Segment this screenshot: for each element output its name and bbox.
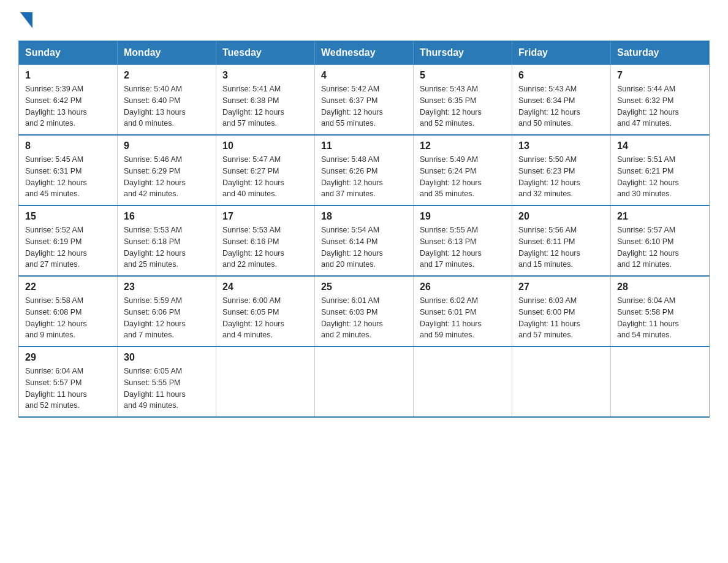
day-number: 14 xyxy=(617,140,703,151)
day-of-week-header: Wednesday xyxy=(315,41,414,65)
calendar-day-cell: 15Sunrise: 5:52 AMSunset: 6:19 PMDayligh… xyxy=(19,205,118,276)
day-info: Sunrise: 5:46 AMSunset: 6:29 PMDaylight:… xyxy=(124,154,210,200)
calendar-day-cell: 1Sunrise: 5:39 AMSunset: 6:42 PMDaylight… xyxy=(19,65,118,136)
calendar-day-cell: 11Sunrise: 5:48 AMSunset: 6:26 PMDayligh… xyxy=(315,135,414,205)
day-info: Sunrise: 5:51 AMSunset: 6:21 PMDaylight:… xyxy=(617,154,703,200)
calendar-day-cell: 30Sunrise: 6:05 AMSunset: 5:55 PMDayligh… xyxy=(118,347,216,417)
day-number: 13 xyxy=(518,140,604,151)
day-number: 22 xyxy=(25,282,111,293)
calendar-day-cell: 22Sunrise: 5:58 AMSunset: 6:08 PMDayligh… xyxy=(19,276,118,347)
calendar-week-row: 22Sunrise: 5:58 AMSunset: 6:08 PMDayligh… xyxy=(19,276,710,347)
calendar-day-cell: 4Sunrise: 5:42 AMSunset: 6:37 PMDaylight… xyxy=(315,65,414,136)
svg-marker-0 xyxy=(20,12,32,28)
calendar-week-row: 29Sunrise: 6:04 AMSunset: 5:57 PMDayligh… xyxy=(19,347,710,417)
day-number: 28 xyxy=(617,282,703,293)
day-info: Sunrise: 6:03 AMSunset: 6:00 PMDaylight:… xyxy=(518,295,604,341)
day-number: 29 xyxy=(25,352,111,363)
calendar-day-cell: 21Sunrise: 5:57 AMSunset: 6:10 PMDayligh… xyxy=(611,205,710,276)
day-number: 3 xyxy=(222,70,308,81)
day-number: 24 xyxy=(222,282,308,293)
day-info: Sunrise: 5:49 AMSunset: 6:24 PMDaylight:… xyxy=(420,154,506,200)
day-info: Sunrise: 5:43 AMSunset: 6:35 PMDaylight:… xyxy=(420,83,506,129)
day-info: Sunrise: 5:41 AMSunset: 6:38 PMDaylight:… xyxy=(222,83,308,129)
logo-triangle-icon xyxy=(20,12,32,28)
calendar-day-cell: 20Sunrise: 5:56 AMSunset: 6:11 PMDayligh… xyxy=(512,205,611,276)
day-number: 19 xyxy=(420,211,506,222)
day-info: Sunrise: 5:54 AMSunset: 6:14 PMDaylight:… xyxy=(321,224,407,270)
day-of-week-header: Friday xyxy=(512,41,611,65)
day-of-week-header: Sunday xyxy=(19,41,118,65)
day-info: Sunrise: 6:05 AMSunset: 5:55 PMDaylight:… xyxy=(124,366,210,412)
calendar-day-cell: 14Sunrise: 5:51 AMSunset: 6:21 PMDayligh… xyxy=(611,135,710,205)
calendar-day-cell: 19Sunrise: 5:55 AMSunset: 6:13 PMDayligh… xyxy=(414,205,512,276)
day-info: Sunrise: 5:45 AMSunset: 6:31 PMDaylight:… xyxy=(25,154,111,200)
day-info: Sunrise: 5:53 AMSunset: 6:18 PMDaylight:… xyxy=(124,224,210,270)
day-number: 10 xyxy=(222,140,308,151)
day-number: 7 xyxy=(617,70,703,81)
day-of-week-header: Saturday xyxy=(611,41,710,65)
day-number: 16 xyxy=(124,211,210,222)
day-info: Sunrise: 5:57 AMSunset: 6:10 PMDaylight:… xyxy=(617,224,703,270)
calendar-table: SundayMondayTuesdayWednesdayThursdayFrid… xyxy=(18,40,710,418)
day-number: 5 xyxy=(420,70,506,81)
day-info: Sunrise: 5:56 AMSunset: 6:11 PMDaylight:… xyxy=(518,224,604,270)
page-header xyxy=(18,12,710,28)
day-info: Sunrise: 5:58 AMSunset: 6:08 PMDaylight:… xyxy=(25,295,111,341)
day-info: Sunrise: 5:39 AMSunset: 6:42 PMDaylight:… xyxy=(25,83,111,129)
calendar-day-cell: 29Sunrise: 6:04 AMSunset: 5:57 PMDayligh… xyxy=(19,347,118,417)
calendar-day-cell: 18Sunrise: 5:54 AMSunset: 6:14 PMDayligh… xyxy=(315,205,414,276)
calendar-day-cell: 9Sunrise: 5:46 AMSunset: 6:29 PMDaylight… xyxy=(118,135,216,205)
day-info: Sunrise: 5:59 AMSunset: 6:06 PMDaylight:… xyxy=(124,295,210,341)
day-number: 17 xyxy=(222,211,308,222)
day-number: 15 xyxy=(25,211,111,222)
calendar-day-cell xyxy=(414,347,512,417)
day-number: 2 xyxy=(124,70,210,81)
calendar-day-cell: 23Sunrise: 5:59 AMSunset: 6:06 PMDayligh… xyxy=(118,276,216,347)
day-number: 27 xyxy=(518,282,604,293)
day-info: Sunrise: 6:02 AMSunset: 6:01 PMDaylight:… xyxy=(420,295,506,341)
day-info: Sunrise: 5:43 AMSunset: 6:34 PMDaylight:… xyxy=(518,83,604,129)
calendar-day-cell: 16Sunrise: 5:53 AMSunset: 6:18 PMDayligh… xyxy=(118,205,216,276)
calendar-day-cell xyxy=(216,347,315,417)
day-info: Sunrise: 5:50 AMSunset: 6:23 PMDaylight:… xyxy=(518,154,604,200)
calendar-day-cell xyxy=(315,347,414,417)
calendar-day-cell: 28Sunrise: 6:04 AMSunset: 5:58 PMDayligh… xyxy=(611,276,710,347)
day-number: 8 xyxy=(25,140,111,151)
day-info: Sunrise: 5:52 AMSunset: 6:19 PMDaylight:… xyxy=(25,224,111,270)
day-info: Sunrise: 6:04 AMSunset: 5:57 PMDaylight:… xyxy=(25,366,111,412)
day-info: Sunrise: 6:01 AMSunset: 6:03 PMDaylight:… xyxy=(321,295,407,341)
calendar-week-row: 8Sunrise: 5:45 AMSunset: 6:31 PMDaylight… xyxy=(19,135,710,205)
calendar-day-cell: 13Sunrise: 5:50 AMSunset: 6:23 PMDayligh… xyxy=(512,135,611,205)
day-number: 20 xyxy=(518,211,604,222)
calendar-day-cell: 6Sunrise: 5:43 AMSunset: 6:34 PMDaylight… xyxy=(512,65,611,136)
calendar-week-row: 15Sunrise: 5:52 AMSunset: 6:19 PMDayligh… xyxy=(19,205,710,276)
day-info: Sunrise: 6:00 AMSunset: 6:05 PMDaylight:… xyxy=(222,295,308,341)
calendar-week-row: 1Sunrise: 5:39 AMSunset: 6:42 PMDaylight… xyxy=(19,65,710,136)
calendar-day-cell: 24Sunrise: 6:00 AMSunset: 6:05 PMDayligh… xyxy=(216,276,315,347)
day-number: 26 xyxy=(420,282,506,293)
day-number: 21 xyxy=(617,211,703,222)
day-number: 9 xyxy=(124,140,210,151)
calendar-day-cell: 8Sunrise: 5:45 AMSunset: 6:31 PMDaylight… xyxy=(19,135,118,205)
calendar-day-cell: 12Sunrise: 5:49 AMSunset: 6:24 PMDayligh… xyxy=(414,135,512,205)
day-info: Sunrise: 5:42 AMSunset: 6:37 PMDaylight:… xyxy=(321,83,407,129)
day-number: 6 xyxy=(518,70,604,81)
day-info: Sunrise: 5:53 AMSunset: 6:16 PMDaylight:… xyxy=(222,224,308,270)
day-number: 4 xyxy=(321,70,407,81)
day-of-week-header: Tuesday xyxy=(216,41,315,65)
calendar-day-cell: 10Sunrise: 5:47 AMSunset: 6:27 PMDayligh… xyxy=(216,135,315,205)
day-number: 12 xyxy=(420,140,506,151)
calendar-day-cell xyxy=(611,347,710,417)
logo xyxy=(18,12,32,28)
calendar-day-cell: 2Sunrise: 5:40 AMSunset: 6:40 PMDaylight… xyxy=(118,65,216,136)
day-of-week-header: Thursday xyxy=(414,41,512,65)
day-number: 30 xyxy=(124,352,210,363)
calendar-day-cell xyxy=(512,347,611,417)
calendar-header-row: SundayMondayTuesdayWednesdayThursdayFrid… xyxy=(19,41,710,65)
day-info: Sunrise: 5:47 AMSunset: 6:27 PMDaylight:… xyxy=(222,154,308,200)
day-info: Sunrise: 5:55 AMSunset: 6:13 PMDaylight:… xyxy=(420,224,506,270)
day-number: 18 xyxy=(321,211,407,222)
day-of-week-header: Monday xyxy=(118,41,216,65)
calendar-day-cell: 26Sunrise: 6:02 AMSunset: 6:01 PMDayligh… xyxy=(414,276,512,347)
calendar-day-cell: 17Sunrise: 5:53 AMSunset: 6:16 PMDayligh… xyxy=(216,205,315,276)
